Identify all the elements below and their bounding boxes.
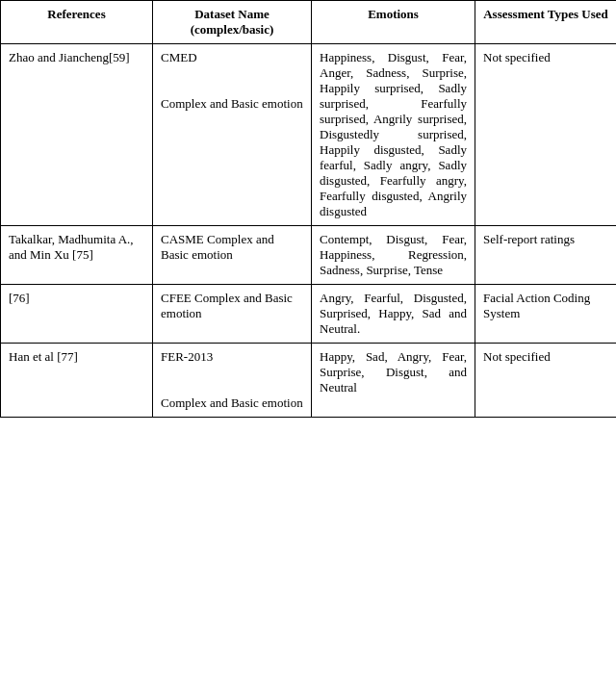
cell-reference-1: Takalkar, Madhumita A., and Min Xu [75] <box>1 226 153 285</box>
header-dataset: Dataset Name (complex/basic) <box>153 1 312 44</box>
header-emotions: Emotions <box>312 1 475 44</box>
cell-emotions-0: Happiness, Disgust, Fear, Anger, Sadness… <box>312 44 475 226</box>
cell-dataset-2: CFEE Complex and Basic emotion <box>153 285 312 344</box>
cell-reference-3: Han et al [77] <box>1 344 153 418</box>
cell-assessment-1: Self-report ratings <box>475 226 617 285</box>
cell-emotions-2: Angry, Fearful, Disgusted, Surprised, Ha… <box>312 285 475 344</box>
cell-reference-0: Zhao and Jiancheng[59] <box>1 44 153 226</box>
header-assessment: Assessment Types Used <box>475 1 617 44</box>
cell-emotions-3: Happy, Sad, Angry, Fear, Surprise, Disgu… <box>312 344 475 418</box>
cell-assessment-0: Not specified <box>475 44 617 226</box>
table-row: Zhao and Jiancheng[59]CMEDComplex and Ba… <box>1 44 617 226</box>
header-references: References <box>1 1 153 44</box>
table-row: Takalkar, Madhumita A., and Min Xu [75]C… <box>1 226 617 285</box>
table-row: Han et al [77]FER-2013Complex and Basic … <box>1 344 617 418</box>
cell-emotions-1: Contempt, Disgust, Fear, Happiness, Regr… <box>312 226 475 285</box>
cell-reference-2: [76] <box>1 285 153 344</box>
cell-dataset-1: CASME Complex and Basic emotion <box>153 226 312 285</box>
table-row: [76]CFEE Complex and Basic emotionAngry,… <box>1 285 617 344</box>
cell-assessment-2: Facial Action Coding System <box>475 285 617 344</box>
cell-assessment-3: Not specified <box>475 344 617 418</box>
cell-dataset-0: CMEDComplex and Basic emotion <box>153 44 312 226</box>
cell-dataset-3: FER-2013Complex and Basic emotion <box>153 344 312 418</box>
main-table: References Dataset Name (complex/basic) … <box>0 0 616 418</box>
